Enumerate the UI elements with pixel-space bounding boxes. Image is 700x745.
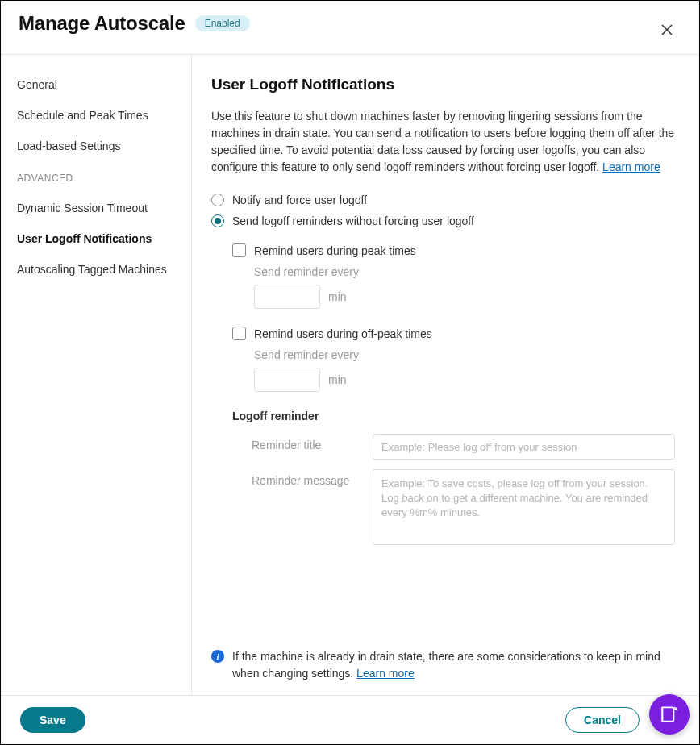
checkbox-peak[interactable]: Remind users during peak times <box>232 243 675 257</box>
help-docs-icon <box>659 704 680 725</box>
offpeak-minutes-input[interactable] <box>254 368 320 392</box>
peak-sublabel: Send reminder every <box>254 265 675 278</box>
reminder-title-label: Reminder title <box>252 434 373 452</box>
radio-icon <box>211 214 224 227</box>
info-text: If the machine is already in drain state… <box>232 650 660 680</box>
reminder-title-input[interactable] <box>373 434 675 460</box>
offpeak-sublabel: Send reminder every <box>254 348 675 361</box>
radio-notify-force[interactable]: Notify and force user logoff <box>211 194 675 206</box>
offpeak-reminder-block: Remind users during off-peak times Send … <box>232 327 675 392</box>
cancel-button[interactable]: Cancel <box>565 707 640 733</box>
offpeak-unit: min <box>328 373 347 386</box>
dialog-footer: Save Cancel <box>1 695 699 744</box>
peak-reminder-block: Remind users during peak times Send remi… <box>232 243 675 309</box>
checkbox-icon <box>232 243 246 257</box>
sidebar-section-advanced: ADVANCED <box>17 161 191 193</box>
radio-label: Send logoff reminders without forcing us… <box>232 214 474 227</box>
status-badge: Enabled <box>195 15 250 31</box>
learn-more-link[interactable]: Learn more <box>602 160 660 173</box>
radio-icon <box>211 194 224 206</box>
dialog-header: Manage Autoscale Enabled <box>1 1 699 54</box>
sidebar: General Schedule and Peak Times Load-bas… <box>1 55 192 695</box>
reminder-message-input[interactable] <box>373 469 675 545</box>
checkbox-label: Remind users during peak times <box>254 244 416 257</box>
radio-send-reminders[interactable]: Send logoff reminders without forcing us… <box>211 214 675 227</box>
peak-minutes-input[interactable] <box>254 285 320 309</box>
sidebar-item-schedule[interactable]: Schedule and Peak Times <box>17 100 191 131</box>
sidebar-item-load-based[interactable]: Load-based Settings <box>17 131 191 161</box>
close-icon <box>659 22 675 38</box>
peak-unit: min <box>328 290 347 303</box>
sidebar-item-user-logoff[interactable]: User Logoff Notifications <box>17 223 191 254</box>
sidebar-item-dynamic-timeout[interactable]: Dynamic Session Timeout <box>17 193 191 223</box>
logoff-mode-radio-group: Notify and force user logoff Send logoff… <box>211 194 675 227</box>
info-icon: i <box>211 650 224 663</box>
save-button[interactable]: Save <box>20 707 85 733</box>
content-panel: User Logoff Notifications Use this featu… <box>192 55 699 695</box>
info-learn-more-link[interactable]: Learn more <box>356 667 415 680</box>
checkbox-label: Remind users during off-peak times <box>254 327 432 340</box>
close-button[interactable] <box>654 17 680 46</box>
checkbox-icon <box>232 327 246 340</box>
radio-label: Notify and force user logoff <box>232 194 367 206</box>
page-title: Manage Autoscale <box>19 12 185 35</box>
help-docs-button[interactable] <box>649 694 690 735</box>
content-description: Use this feature to shut down machines f… <box>211 108 675 176</box>
sidebar-item-autoscaling-tagged[interactable]: Autoscaling Tagged Machines <box>17 254 191 285</box>
checkbox-offpeak[interactable]: Remind users during off-peak times <box>232 327 675 340</box>
content-title: User Logoff Notifications <box>211 76 675 94</box>
sidebar-item-general[interactable]: General <box>17 69 191 100</box>
info-banner: i If the machine is already in drain sta… <box>211 648 675 682</box>
logoff-reminder-heading: Logoff reminder <box>232 410 675 422</box>
reminder-message-label: Reminder message <box>252 469 373 487</box>
